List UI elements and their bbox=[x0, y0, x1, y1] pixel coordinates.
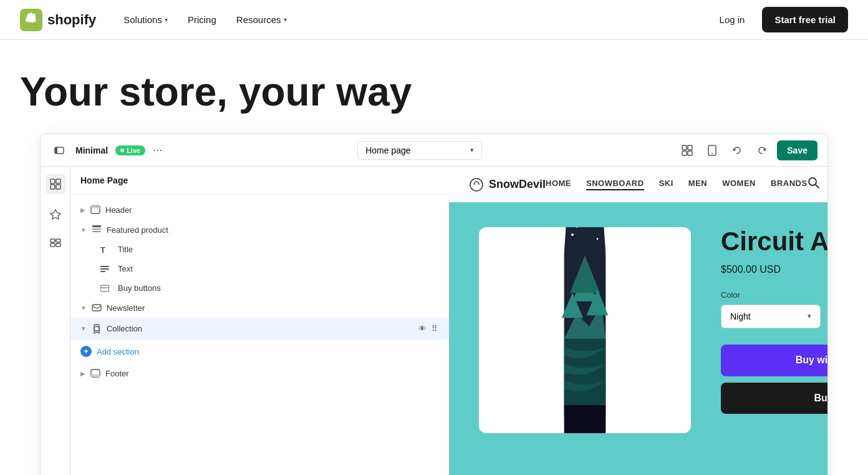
color-option-group: Color Night ▾ bbox=[721, 290, 821, 332]
section-title[interactable]: T Title bbox=[70, 240, 449, 259]
newsletter-icon bbox=[92, 303, 102, 313]
collection-controls: 👁 ⠿ bbox=[417, 323, 439, 335]
collection-icon bbox=[92, 324, 102, 334]
featured-arrow-icon: ▼ bbox=[80, 227, 87, 233]
header-icon bbox=[90, 205, 100, 215]
more-options-button[interactable]: ··· bbox=[153, 144, 162, 157]
page-selector[interactable]: Home page ▾ bbox=[357, 141, 482, 160]
sections-icon[interactable] bbox=[46, 174, 65, 194]
collection-visibility-button[interactable]: 👁 bbox=[417, 323, 428, 335]
svg-rect-4 bbox=[688, 145, 692, 150]
svg-point-32 bbox=[470, 179, 483, 191]
design-icon[interactable] bbox=[46, 204, 65, 224]
svg-rect-6 bbox=[688, 151, 692, 155]
svg-rect-15 bbox=[51, 243, 55, 247]
nav-solutions[interactable]: Solutions ▾ bbox=[116, 9, 175, 30]
svg-rect-10 bbox=[56, 179, 60, 184]
product-section: Circuit Amptek $500.00 USD Color Night ▾ bbox=[449, 202, 827, 458]
svg-rect-20 bbox=[92, 228, 101, 230]
svg-rect-26 bbox=[100, 285, 109, 291]
login-link[interactable]: Log in bbox=[712, 9, 753, 30]
svg-rect-12 bbox=[56, 185, 60, 189]
store-nav-brands[interactable]: BRANDS bbox=[771, 179, 808, 190]
store-header: SnowDevil HOME SNOWBOARD SKI MEN WOMEN B… bbox=[449, 167, 827, 202]
toolbar-right: Save bbox=[677, 140, 817, 160]
nav-links: Solutions ▾ Pricing Resources ▾ bbox=[116, 9, 294, 30]
svg-rect-29 bbox=[94, 325, 99, 331]
main-nav: shopify Solutions ▾ Pricing Resources ▾ … bbox=[0, 0, 868, 40]
color-select[interactable]: Night ▾ bbox=[721, 305, 821, 328]
theme-name: Minimal bbox=[75, 145, 108, 155]
store-name: SnowDevil bbox=[489, 178, 546, 191]
grid-view-button[interactable] bbox=[677, 140, 697, 160]
search-icon[interactable] bbox=[808, 177, 820, 192]
add-section-button[interactable]: + Add section bbox=[70, 340, 449, 363]
section-footer[interactable]: ▶ Footer bbox=[70, 363, 449, 383]
svg-rect-11 bbox=[51, 185, 55, 189]
svg-rect-14 bbox=[56, 239, 60, 242]
svg-rect-24 bbox=[100, 268, 109, 270]
hero-title: Your store, your way bbox=[20, 70, 848, 114]
nav-pricing[interactable]: Pricing bbox=[180, 9, 224, 30]
nav-resources[interactable]: Resources ▾ bbox=[229, 9, 294, 30]
svg-rect-23 bbox=[100, 266, 109, 267]
undo-icon bbox=[732, 145, 742, 155]
sidebar-icons bbox=[41, 167, 70, 475]
color-value: Night bbox=[730, 311, 751, 321]
store-nav-ski[interactable]: SKI bbox=[659, 179, 673, 190]
store-logo: SnowDevil bbox=[469, 177, 546, 192]
live-dot bbox=[120, 149, 124, 152]
product-title: Circuit Amptek bbox=[721, 227, 827, 256]
section-text[interactable]: Text bbox=[70, 259, 449, 278]
store-nav-snowboard[interactable]: SNOWBOARD bbox=[586, 179, 644, 190]
svg-rect-5 bbox=[682, 151, 687, 155]
section-newsletter[interactable]: ▼ Newsletter bbox=[70, 298, 449, 318]
section-collection[interactable]: ▼ Collection 👁 ⠿ bbox=[70, 318, 449, 340]
section-header[interactable]: ▶ Header bbox=[70, 200, 449, 220]
redo-button[interactable] bbox=[752, 140, 772, 160]
color-chevron-icon: ▾ bbox=[808, 312, 811, 320]
product-image bbox=[535, 227, 635, 433]
redo-icon bbox=[757, 145, 767, 155]
back-button[interactable] bbox=[51, 142, 68, 159]
trial-button[interactable]: Start free trial bbox=[762, 7, 848, 32]
footer-arrow-icon: ▶ bbox=[80, 370, 85, 377]
featured-icon bbox=[92, 225, 102, 235]
svg-rect-19 bbox=[92, 225, 101, 227]
solutions-chevron-icon: ▾ bbox=[165, 16, 168, 23]
svg-rect-2 bbox=[55, 147, 57, 154]
editor-frame: Minimal Live ··· Home page ▾ bbox=[40, 134, 828, 475]
sidebar-page-title: Home Page bbox=[70, 167, 449, 195]
page-select-chevron-icon: ▾ bbox=[470, 146, 474, 154]
nav-right: Log in Start free trial bbox=[712, 7, 848, 32]
newsletter-arrow-icon: ▼ bbox=[80, 305, 87, 311]
store-nav-women[interactable]: WOMEN bbox=[722, 179, 756, 190]
svg-point-8 bbox=[711, 153, 713, 154]
store-nav-home[interactable]: HOME bbox=[546, 179, 571, 190]
section-buy-buttons[interactable]: Buy buttons bbox=[70, 278, 449, 298]
shopify-logo-icon bbox=[20, 9, 42, 31]
section-featured-product[interactable]: ▼ Featured product bbox=[70, 220, 449, 240]
mobile-view-button[interactable] bbox=[702, 140, 722, 160]
apps-icon[interactable] bbox=[46, 234, 65, 254]
product-price: $500.00 USD bbox=[721, 264, 827, 275]
shop-pay-button[interactable]: Buy with shoppay bbox=[721, 345, 827, 376]
undo-button[interactable] bbox=[727, 140, 747, 160]
logo[interactable]: shopify bbox=[20, 9, 96, 31]
product-options: Color Night ▾ Quantity − 1 bbox=[721, 290, 827, 332]
product-image-container bbox=[479, 227, 691, 433]
collection-move-button[interactable]: ⠿ bbox=[430, 323, 439, 335]
svg-rect-28 bbox=[92, 305, 101, 311]
store-header-icons bbox=[808, 177, 827, 192]
store-nav-men[interactable]: MEN bbox=[688, 179, 707, 190]
svg-rect-9 bbox=[51, 179, 55, 184]
logo-text: shopify bbox=[47, 12, 96, 28]
svg-rect-31 bbox=[91, 375, 100, 377]
editor-body: Home Page ▶ Header ▼ Featured product bbox=[41, 167, 827, 475]
add-section-label: Add section bbox=[97, 347, 139, 356]
save-button[interactable]: Save bbox=[777, 140, 817, 160]
buy-now-button[interactable]: Buy it now bbox=[721, 383, 827, 414]
live-badge: Live bbox=[115, 145, 145, 155]
toolbar-center: Home page ▾ bbox=[357, 141, 482, 160]
svg-point-33 bbox=[809, 178, 816, 185]
